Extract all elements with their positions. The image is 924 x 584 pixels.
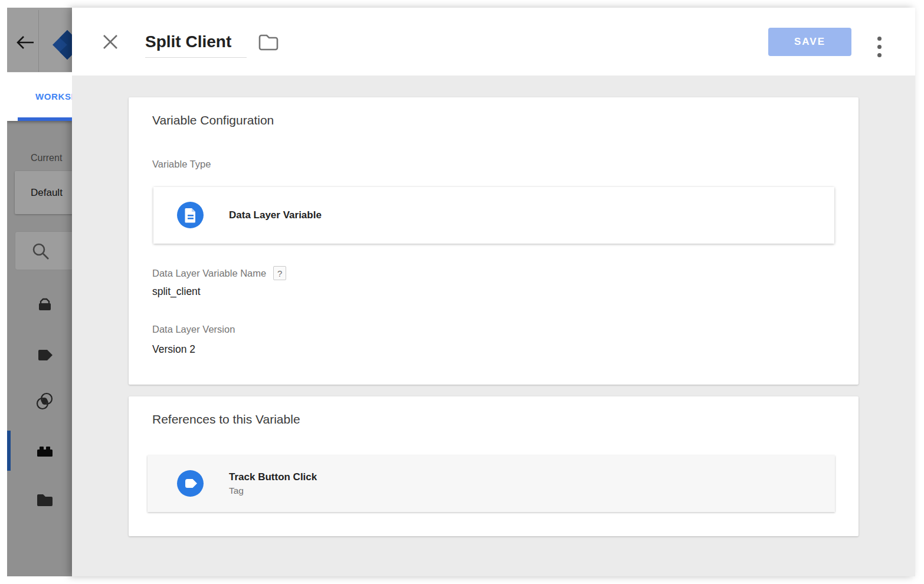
variable-type-label: Variable Type [152,159,211,170]
reference-text: Track Button Click Tag [229,455,317,512]
data-layer-variable-icon [177,202,204,228]
variable-editor-panel: Split Client SAVE Variable Configuration… [72,8,915,576]
close-button[interactable] [99,32,122,53]
kebab-dot [877,37,882,41]
variable-type-icon-badge [177,202,204,228]
data-layer-variable-name-value[interactable]: split_client [152,286,201,298]
variable-type-chooser[interactable]: Data Layer Variable [153,187,834,244]
reference-name: Track Button Click [229,471,317,483]
name-label-text: Data Layer Variable Name [152,268,266,279]
app-window: WORKSPACE Current Default [7,8,915,576]
folder-outline-icon [258,32,279,51]
reference-list-item[interactable]: Track Button Click Tag [148,455,835,512]
workspace-tabbar: WORKSPACE [7,72,72,121]
tab-workspace[interactable]: WORKSPACE [35,91,72,101]
kebab-dot [877,53,882,57]
data-layer-version-label: Data Layer Version [152,324,235,335]
data-layer-version-value[interactable]: Version 2 [152,343,195,356]
help-button[interactable]: ? [273,266,286,280]
variable-title-input[interactable]: Split Client [145,24,247,58]
data-layer-variable-name-label: Data Layer Variable Name ? [152,266,286,280]
reference-tag-icon-badge [177,470,204,497]
kebab-dot [877,45,882,49]
reference-tag-icon [177,470,204,497]
variable-type-value: Data Layer Variable [229,187,322,244]
reference-type: Tag [229,485,317,496]
save-button[interactable]: SAVE [768,28,851,56]
editor-body: Variable Configuration Variable Type Dat… [72,76,915,576]
dimmed-workspace-background: WORKSPACE Current Default [7,8,72,576]
references-card: References to this Variable Track Button… [129,396,859,536]
move-to-folder-button[interactable] [257,32,280,53]
active-tab-underline [18,117,72,121]
variable-configuration-heading: Variable Configuration [152,113,274,127]
variable-configuration-card: Variable Configuration Variable Type Dat… [129,97,859,385]
more-options-button[interactable] [871,34,887,60]
close-icon [101,33,119,51]
editor-header: Split Client SAVE [72,8,915,76]
references-heading: References to this Variable [152,412,300,426]
